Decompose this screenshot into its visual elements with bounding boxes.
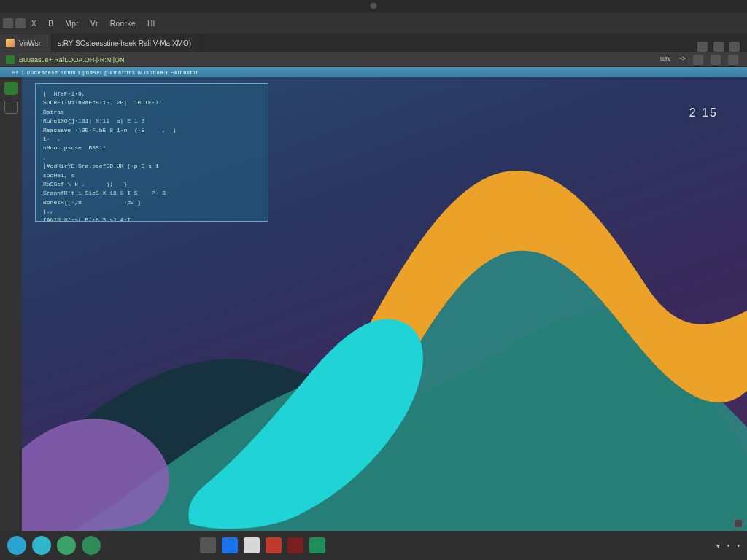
taskbar-center bbox=[200, 537, 325, 553]
window-control-icon[interactable] bbox=[15, 18, 26, 28]
menu-item[interactable]: Mpr bbox=[59, 20, 85, 28]
menu-item[interactable]: Hl bbox=[142, 20, 160, 28]
viewport: 2 15 | HfeF·1·9, SOCRET·N1·hRaEcB·15. 2E… bbox=[22, 77, 747, 531]
tab-label: s:RY SOsteesstine·haek Rali V·Ma XMO) bbox=[58, 39, 191, 47]
tray-item[interactable]: • bbox=[727, 542, 730, 550]
taskbar-pin[interactable] bbox=[82, 536, 101, 555]
tray-item[interactable]: • bbox=[737, 542, 740, 550]
secondary-bar-label: Buuaasue+ RafLOOA.OH·|·R:N |ON bbox=[19, 56, 124, 63]
camera-notch bbox=[370, 2, 377, 9]
window-control-icon[interactable] bbox=[3, 18, 13, 28]
taskbar-app[interactable] bbox=[287, 537, 303, 553]
numeric-readout: 2 15 bbox=[689, 106, 718, 120]
tab-tools bbox=[697, 42, 747, 52]
menu-item[interactable]: Roorke bbox=[104, 20, 142, 28]
tool-icon[interactable] bbox=[713, 42, 724, 52]
status-indicator-icon bbox=[6, 55, 15, 64]
app-screen: X B Mpr Vr Roorke Hl VnWsr s:RY SOsteess… bbox=[0, 0, 747, 560]
tab-strip: VnWsr s:RY SOsteesstine·haek Rali V·Ma X… bbox=[0, 34, 747, 52]
menu-item[interactable]: B bbox=[42, 20, 59, 28]
tray-item[interactable]: ▾ bbox=[716, 542, 720, 550]
taskbar-app[interactable] bbox=[309, 537, 325, 553]
taskbar-pins bbox=[7, 536, 101, 555]
hint-bar: Ps T uunescase nenm·t pbaset p·kmerttns … bbox=[0, 67, 747, 77]
taskbar: ▾ • • bbox=[0, 531, 747, 560]
taskbar-pin[interactable] bbox=[32, 536, 51, 555]
tool-icon[interactable] bbox=[728, 55, 738, 65]
tab-primary[interactable]: VnWsr bbox=[0, 34, 52, 52]
resize-handle-icon[interactable] bbox=[734, 519, 743, 528]
system-tray: ▾ • • bbox=[716, 542, 740, 550]
tool-icon[interactable] bbox=[729, 42, 740, 52]
secondary-bar: Buuaasue+ RafLOOA.OH·|·R:N |ON uav ~> bbox=[0, 52, 747, 67]
menu-item[interactable]: Vr bbox=[85, 20, 104, 28]
rail-icon[interactable] bbox=[4, 101, 18, 114]
window-controls bbox=[3, 18, 26, 28]
secondary-bar-action[interactable]: uav bbox=[660, 55, 671, 65]
activity-rail bbox=[0, 77, 22, 531]
taskbar-app[interactable] bbox=[222, 537, 238, 553]
hint-text: Ps T uunescase nenm·t pbaset p·kmerttns … bbox=[12, 70, 199, 75]
taskbar-app[interactable] bbox=[266, 537, 282, 553]
taskbar-app[interactable] bbox=[244, 537, 260, 553]
menu-bar: X B Mpr Vr Roorke Hl bbox=[0, 13, 747, 34]
menu-item[interactable]: X bbox=[26, 20, 42, 28]
tool-icon[interactable] bbox=[693, 55, 703, 65]
tool-icon[interactable] bbox=[711, 55, 721, 65]
os-top-strip bbox=[0, 0, 747, 13]
taskbar-app[interactable] bbox=[200, 537, 216, 553]
tool-icon[interactable] bbox=[697, 42, 708, 52]
tab-secondary[interactable]: s:RY SOsteesstine·haek Rali V·Ma XMO) bbox=[52, 34, 202, 52]
taskbar-pin[interactable] bbox=[7, 536, 26, 555]
tab-label: VnWsr bbox=[19, 39, 41, 47]
favicon-icon bbox=[6, 39, 15, 47]
secondary-bar-action[interactable]: ~> bbox=[678, 55, 686, 65]
taskbar-pin[interactable] bbox=[57, 536, 76, 555]
rail-icon[interactable] bbox=[4, 82, 18, 95]
terminal-overlay[interactable]: | HfeF·1·9, SOCRET·N1·hRaEcB·15. 2E| 1BC… bbox=[35, 83, 268, 222]
